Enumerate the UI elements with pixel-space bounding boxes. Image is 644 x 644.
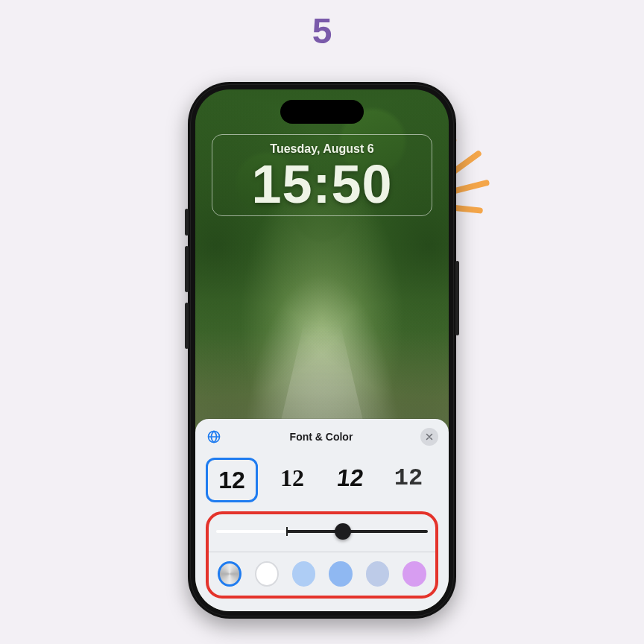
color-swatch-purple[interactable]	[402, 561, 426, 587]
color-swatch-light-blue[interactable]	[292, 561, 316, 587]
font-option-2[interactable]: 12	[268, 458, 316, 498]
lockscreen-time: 15:50	[212, 157, 432, 211]
volume-up-button	[185, 246, 189, 292]
iphone-frame: Tuesday, August 6 15:50 Font & Color 12 …	[188, 82, 456, 619]
phone-screen: Tuesday, August 6 15:50 Font & Color 12 …	[195, 89, 449, 611]
dynamic-island	[280, 100, 364, 124]
side-button	[185, 209, 189, 236]
color-swatch-blue[interactable]	[329, 561, 353, 587]
volume-down-button	[185, 303, 189, 349]
font-option-4[interactable]: 12	[385, 458, 432, 498]
power-button	[455, 261, 459, 335]
lockscreen-time-selection[interactable]: Tuesday, August 6 15:50	[212, 134, 432, 216]
color-swatch-grey-blue[interactable]	[366, 561, 390, 587]
color-swatch-picker[interactable]	[218, 561, 242, 587]
highlight-box-annotation	[206, 511, 438, 599]
slider-track	[216, 530, 428, 533]
slider-thumb[interactable]	[335, 523, 351, 540]
divider	[209, 552, 435, 552]
font-option-1[interactable]: 12	[206, 458, 258, 502]
font-options-row: 12 12 12 12	[206, 458, 438, 502]
font-option-3[interactable]: 12	[324, 458, 376, 498]
color-swatch-white[interactable]	[255, 561, 279, 587]
font-color-sheet: Font & Color 12 12 12 12	[195, 419, 449, 611]
close-icon[interactable]	[420, 428, 438, 446]
globe-icon[interactable]	[206, 429, 222, 445]
sheet-title: Font & Color	[222, 431, 420, 443]
step-number: 5	[0, 10, 644, 51]
weight-slider[interactable]	[216, 522, 428, 541]
color-swatch-row	[216, 561, 428, 587]
